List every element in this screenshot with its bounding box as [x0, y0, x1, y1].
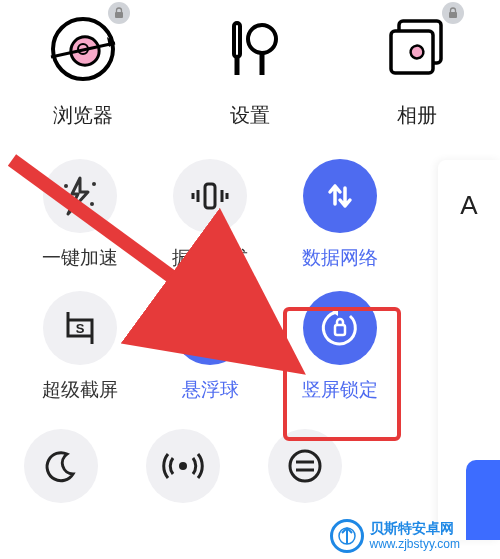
portrait-lock-icon — [303, 291, 377, 365]
tile-do-not-disturb[interactable] — [268, 429, 342, 503]
svg-rect-5 — [234, 23, 240, 57]
watermark-url: www.zjbstyy.com — [370, 537, 460, 551]
svg-point-28 — [179, 462, 187, 470]
side-panel-tab[interactable] — [466, 460, 500, 540]
tile-floatball[interactable]: 悬浮球 — [154, 291, 266, 403]
floatball-icon — [173, 291, 247, 365]
app-label: 相册 — [397, 102, 437, 129]
watermark-title: 贝斯特安卓网 — [370, 520, 460, 537]
tile-label: 悬浮球 — [182, 377, 239, 403]
tile-data[interactable]: 数据网络 — [284, 159, 396, 271]
svg-point-29 — [290, 451, 320, 481]
svg-rect-4 — [115, 12, 123, 18]
svg-rect-14 — [449, 12, 457, 18]
tile-portrait-lock[interactable]: 竖屏锁定 — [284, 291, 396, 403]
svg-point-25 — [203, 321, 217, 335]
svg-point-15 — [64, 184, 68, 188]
screenshot-icon: S — [43, 291, 117, 365]
tile-night-mode[interactable] — [24, 429, 98, 503]
bottom-tile-row — [0, 403, 500, 503]
app-label: 浏览器 — [53, 102, 113, 129]
tile-hotspot[interactable] — [146, 429, 220, 503]
svg-point-10 — [248, 25, 276, 53]
tile-label: 振动模式 — [172, 245, 248, 271]
settings-icon — [211, 10, 289, 88]
gallery-icon — [378, 10, 456, 88]
tile-boost[interactable]: 一键加速 — [24, 159, 136, 271]
app-browser[interactable]: 浏览器 — [28, 10, 138, 129]
data-icon — [303, 159, 377, 233]
dnd-icon — [268, 429, 342, 503]
svg-point-17 — [90, 202, 94, 206]
browser-icon — [44, 10, 122, 88]
svg-point-24 — [195, 313, 225, 343]
svg-rect-27 — [335, 325, 345, 335]
side-panel-letter[interactable]: A — [460, 190, 477, 221]
moon-icon — [24, 429, 98, 503]
tile-vibration[interactable]: 振动模式 — [154, 159, 266, 271]
hotspot-icon — [146, 429, 220, 503]
watermark-logo-icon — [330, 519, 364, 553]
boost-icon — [43, 159, 117, 233]
quick-settings-grid: 一键加速 振动模式 数据网络 S 超级截屏 悬浮球 竖屏锁定 — [0, 129, 420, 403]
tile-label: 超级截屏 — [42, 377, 118, 403]
tile-label: 一键加速 — [42, 245, 118, 271]
svg-text:S: S — [76, 321, 85, 336]
tile-label: 数据网络 — [302, 245, 378, 271]
tile-label: 竖屏锁定 — [302, 377, 378, 403]
svg-rect-18 — [205, 184, 215, 208]
app-gallery[interactable]: 相册 — [362, 10, 472, 129]
lock-icon — [108, 2, 130, 24]
app-settings[interactable]: 设置 — [195, 10, 305, 129]
app-row: 浏览器 设置 相 — [0, 0, 500, 129]
lock-icon — [442, 2, 464, 24]
side-panel: A — [438, 160, 500, 540]
app-label: 设置 — [230, 102, 270, 129]
tile-screenshot[interactable]: S 超级截屏 — [24, 291, 136, 403]
watermark: 贝斯特安卓网 www.zjbstyy.com — [330, 519, 460, 553]
vibration-icon — [173, 159, 247, 233]
svg-point-16 — [92, 182, 96, 186]
